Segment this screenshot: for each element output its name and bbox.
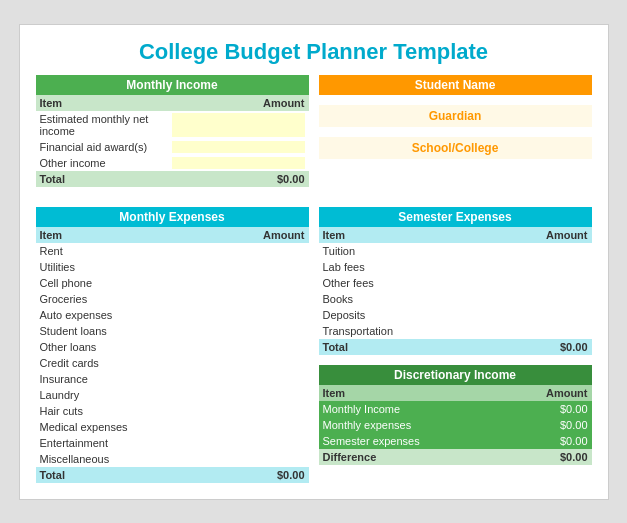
- page-title: College Budget Planner Template: [36, 39, 592, 65]
- se-col1: Item: [323, 229, 456, 241]
- me-amount-3[interactable]: [172, 293, 305, 305]
- di-col-headers: Item Amount: [319, 385, 592, 401]
- me-amount-10[interactable]: [172, 405, 305, 417]
- se-row-3: Books: [319, 291, 592, 307]
- school-label: School/College: [319, 137, 592, 159]
- student-info-section: Student Name Guardian School/College: [319, 75, 592, 197]
- se-row-5: Transportation: [319, 323, 592, 339]
- me-amount-2[interactable]: [172, 277, 305, 289]
- me-col1: Item: [40, 229, 173, 241]
- me-amount-1[interactable]: [172, 261, 305, 273]
- mi-total-label: Total: [40, 173, 173, 185]
- student-name-header: Student Name: [319, 75, 592, 95]
- me-row-0: Rent: [36, 243, 309, 259]
- monthly-expenses-header: Monthly Expenses: [36, 207, 309, 227]
- me-total-amount: $0.00: [172, 469, 305, 481]
- mi-col1: Item: [40, 97, 173, 109]
- mi-row-2: Financial aid award(s): [36, 139, 309, 155]
- se-amount-4[interactable]: [455, 309, 588, 321]
- me-amount-5[interactable]: [172, 325, 305, 337]
- semester-expenses-header: Semester Expenses: [319, 207, 592, 227]
- se-row-1: Lab fees: [319, 259, 592, 275]
- mi-col2: Amount: [172, 97, 305, 109]
- se-total-row: Total $0.00: [319, 339, 592, 355]
- me-total-row: Total $0.00: [36, 467, 309, 483]
- monthly-expenses-section: Monthly Expenses Item Amount Rent Utilit…: [36, 207, 309, 483]
- discretionary-income-section: Discretionary Income Item Amount Monthly…: [319, 365, 592, 465]
- me-col2: Amount: [172, 229, 305, 241]
- me-row-3: Groceries: [36, 291, 309, 307]
- se-amount-3[interactable]: [455, 293, 588, 305]
- me-row-7: Credit cards: [36, 355, 309, 371]
- me-amount-4[interactable]: [172, 309, 305, 321]
- semester-expenses-section: Semester Expenses Item Amount Tuition La…: [319, 207, 592, 355]
- guardian-label: Guardian: [319, 105, 592, 127]
- right-bottom-column: Semester Expenses Item Amount Tuition La…: [319, 207, 592, 483]
- se-col-headers: Item Amount: [319, 227, 592, 243]
- monthly-income-section: Monthly Income Item Amount Estimated mon…: [36, 75, 309, 187]
- discretionary-income-header: Discretionary Income: [319, 365, 592, 385]
- me-row-10: Hair cuts: [36, 403, 309, 419]
- mi-item-2: Financial aid award(s): [40, 141, 173, 153]
- se-row-0: Tuition: [319, 243, 592, 259]
- mi-row-3: Other income: [36, 155, 309, 171]
- me-amount-6[interactable]: [172, 341, 305, 353]
- se-col2: Amount: [455, 229, 588, 241]
- me-row-2: Cell phone: [36, 275, 309, 291]
- mi-row-1: Estimated monthly net income: [36, 111, 309, 139]
- me-row-12: Entertainment: [36, 435, 309, 451]
- di-col1: Item: [323, 387, 456, 399]
- me-row-6: Other loans: [36, 339, 309, 355]
- mi-item-1: Estimated monthly net income: [40, 113, 173, 137]
- me-row-5: Student loans: [36, 323, 309, 339]
- me-amount-8[interactable]: [172, 373, 305, 385]
- di-row-2: Semester expenses $0.00: [319, 433, 592, 449]
- mi-item-3: Other income: [40, 157, 173, 169]
- se-amount-2[interactable]: [455, 277, 588, 289]
- me-row-13: Miscellaneous: [36, 451, 309, 467]
- monthly-income-col-headers: Item Amount: [36, 95, 309, 111]
- se-row-4: Deposits: [319, 307, 592, 323]
- me-amount-9[interactable]: [172, 389, 305, 401]
- mi-amount-3[interactable]: [172, 157, 305, 169]
- me-amount-0[interactable]: [172, 245, 305, 257]
- me-row-1: Utilities: [36, 259, 309, 275]
- page-container: College Budget Planner Template Monthly …: [19, 24, 609, 500]
- se-total-amount: $0.00: [455, 341, 588, 353]
- me-row-11: Medical expenses: [36, 419, 309, 435]
- se-row-2: Other fees: [319, 275, 592, 291]
- monthly-income-header: Monthly Income: [36, 75, 309, 95]
- se-total-label: Total: [323, 341, 456, 353]
- se-amount-5[interactable]: [455, 325, 588, 337]
- student-name-block: Student Name: [319, 75, 592, 95]
- me-amount-13[interactable]: [172, 453, 305, 465]
- se-amount-1[interactable]: [455, 261, 588, 273]
- guardian-block: Guardian: [319, 101, 592, 127]
- mi-total-amount: $0.00: [172, 173, 305, 185]
- me-amount-11[interactable]: [172, 421, 305, 433]
- me-row-9: Laundry: [36, 387, 309, 403]
- mi-total-row: Total $0.00: [36, 171, 309, 187]
- di-col2: Amount: [455, 387, 588, 399]
- me-row-8: Insurance: [36, 371, 309, 387]
- di-row-1: Monthly expenses $0.00: [319, 417, 592, 433]
- se-amount-0[interactable]: [455, 245, 588, 257]
- di-difference-row: Difference $0.00: [319, 449, 592, 465]
- school-block: School/College: [319, 133, 592, 159]
- di-row-0: Monthly Income $0.00: [319, 401, 592, 417]
- me-total-label: Total: [40, 469, 173, 481]
- me-amount-12[interactable]: [172, 437, 305, 449]
- me-amount-7[interactable]: [172, 357, 305, 369]
- mi-amount-2[interactable]: [172, 141, 305, 153]
- me-col-headers: Item Amount: [36, 227, 309, 243]
- me-row-4: Auto expenses: [36, 307, 309, 323]
- mi-amount-1[interactable]: [172, 113, 305, 137]
- di-diff-amount: $0.00: [455, 451, 588, 463]
- di-diff-label: Difference: [323, 451, 456, 463]
